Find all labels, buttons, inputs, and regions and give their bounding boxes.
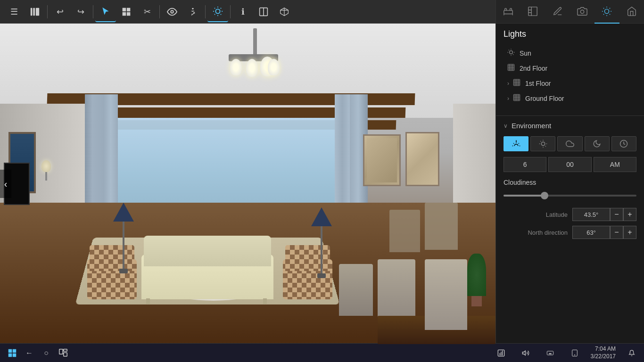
undo-icon[interactable]: ↩ bbox=[50, 1, 70, 22]
svg-rect-62 bbox=[13, 353, 17, 357]
lights-sun-item[interactable]: Sun bbox=[504, 46, 636, 61]
volume-tray-icon[interactable] bbox=[517, 345, 534, 362]
cloudy-btn[interactable] bbox=[557, 136, 582, 151]
lights-2nd-floor-item[interactable]: 2nd Floor bbox=[504, 61, 636, 76]
room-panel-icon[interactable] bbox=[520, 0, 545, 24]
wall-art-right-1 bbox=[363, 134, 401, 186]
arrange-icon[interactable] bbox=[116, 1, 137, 22]
svg-rect-0 bbox=[31, 8, 33, 16]
plant-right bbox=[467, 254, 486, 306]
eye-view-icon[interactable] bbox=[162, 1, 182, 22]
start-button[interactable] bbox=[4, 345, 21, 362]
latitude-minus-btn[interactable]: − bbox=[610, 208, 623, 221]
am-pm-input[interactable]: AM bbox=[594, 157, 636, 172]
hour-input[interactable]: 6 bbox=[504, 157, 546, 172]
hamburger-menu-icon[interactable]: ☰ bbox=[4, 1, 25, 22]
svg-rect-25 bbox=[528, 7, 537, 15]
toolbar-separator-3 bbox=[159, 5, 160, 18]
network-tray-icon[interactable] bbox=[493, 345, 510, 362]
paint-panel-icon[interactable] bbox=[545, 0, 570, 24]
svg-line-31 bbox=[610, 14, 610, 14]
1st-floor-light-icon bbox=[513, 79, 520, 88]
lights-title: Lights bbox=[504, 29, 636, 39]
furniture-panel-icon[interactable] bbox=[496, 0, 520, 24]
lights-ground-floor-item[interactable]: › Ground Floor bbox=[504, 91, 636, 106]
svg-rect-6 bbox=[127, 12, 131, 16]
svg-rect-59 bbox=[8, 349, 12, 353]
minute-input[interactable]: 00 bbox=[548, 157, 591, 172]
dining-chair-back-2 bbox=[389, 210, 420, 252]
svg-rect-4 bbox=[127, 8, 131, 11]
wall-art-right-2 bbox=[405, 132, 439, 186]
svg-line-47 bbox=[513, 143, 514, 144]
camera-panel-icon[interactable] bbox=[570, 0, 594, 24]
cube-3d-icon[interactable] bbox=[274, 1, 295, 22]
light-panel-icon[interactable] bbox=[594, 0, 619, 24]
environment-header[interactable]: ∨ Environment bbox=[504, 122, 636, 130]
taskbar-right-area: 7:04 AM 3/22/2017 bbox=[493, 345, 640, 362]
svg-line-50 bbox=[518, 143, 519, 144]
dining-chair-2 bbox=[378, 259, 415, 321]
sofa-leg-left bbox=[146, 298, 150, 304]
ground-floor-light-label: Ground Floor bbox=[525, 95, 564, 102]
select-icon[interactable] bbox=[95, 1, 116, 22]
svg-point-36 bbox=[510, 51, 513, 54]
svg-rect-63 bbox=[59, 349, 63, 354]
2nd-floor-light-label: 2nd Floor bbox=[520, 65, 547, 72]
chandelier bbox=[226, 28, 283, 123]
date-text: 3/22/2017 bbox=[591, 353, 616, 361]
time-text: 7:04 AM bbox=[591, 346, 616, 353]
cloudiness-label: Cloudiness bbox=[504, 179, 636, 186]
wall-sconce bbox=[41, 160, 51, 181]
library-icon[interactable] bbox=[25, 1, 45, 22]
svg-line-35 bbox=[610, 8, 610, 8]
top-toolbar: ☰ ↩ ↪ ✂ ℹ bbox=[0, 0, 495, 24]
toolbar-separator bbox=[47, 5, 48, 18]
task-view-button[interactable] bbox=[55, 345, 72, 362]
info-icon[interactable]: ℹ bbox=[232, 1, 253, 22]
clock-display: 7:04 AM 3/22/2017 bbox=[591, 346, 616, 360]
toolbar-separator-4 bbox=[205, 5, 206, 18]
latitude-plus-btn[interactable]: + bbox=[623, 208, 636, 221]
sun-toolbar-icon[interactable] bbox=[207, 1, 228, 22]
latitude-input[interactable]: 43.5° bbox=[572, 208, 610, 221]
ground-floor-expand-icon: › bbox=[507, 95, 509, 102]
svg-rect-2 bbox=[36, 8, 39, 16]
walk-icon[interactable] bbox=[182, 1, 203, 22]
sunrise-btn[interactable] bbox=[504, 136, 528, 151]
tablet-tray-icon[interactable] bbox=[566, 345, 583, 362]
lights-1st-floor-item[interactable]: › 1st Floor bbox=[504, 76, 636, 91]
svg-rect-22 bbox=[504, 10, 512, 14]
svg-line-39 bbox=[509, 50, 509, 50]
north-plus-btn[interactable]: + bbox=[623, 226, 636, 239]
1st-floor-light-label: 1st Floor bbox=[525, 80, 551, 87]
time-inputs-row: 6 00 AM bbox=[504, 157, 636, 172]
cloudiness-slider[interactable] bbox=[504, 191, 636, 200]
ground-floor-light-icon bbox=[513, 94, 520, 103]
cortana-button[interactable]: ○ bbox=[38, 345, 55, 362]
house-panel-icon[interactable] bbox=[619, 0, 644, 24]
sunny-btn[interactable] bbox=[530, 136, 555, 151]
north-direction-input[interactable]: 63° bbox=[572, 226, 610, 239]
lights-section: Lights Sun 2nd Floor › 1st Floor › bbox=[496, 24, 644, 112]
3d-viewport[interactable]: ‹ bbox=[0, 24, 495, 344]
redo-icon[interactable]: ↪ bbox=[70, 1, 91, 22]
environment-title: Environment bbox=[512, 122, 551, 130]
keyboard-tray-icon[interactable] bbox=[542, 345, 559, 362]
back-button[interactable]: ← bbox=[21, 345, 38, 362]
layout-icon[interactable] bbox=[253, 1, 274, 22]
slider-thumb[interactable] bbox=[541, 192, 548, 199]
clock-btn[interactable] bbox=[611, 136, 636, 151]
north-minus-btn[interactable]: − bbox=[610, 226, 623, 239]
notification-tray-icon[interactable] bbox=[623, 345, 640, 362]
svg-line-54 bbox=[540, 141, 541, 141]
left-nav-arrow[interactable]: ‹ bbox=[0, 170, 11, 198]
moon-btn[interactable] bbox=[585, 136, 610, 151]
svg-line-40 bbox=[513, 54, 513, 55]
toolbar-separator-2 bbox=[93, 5, 93, 18]
sun-light-label: Sun bbox=[520, 49, 531, 57]
scissors-icon[interactable]: ✂ bbox=[137, 1, 157, 22]
taskbar: ← ○ 7:04 AM 3/22/2017 bbox=[0, 343, 644, 362]
svg-line-34 bbox=[603, 14, 604, 14]
floor-lamp-left bbox=[113, 203, 134, 273]
